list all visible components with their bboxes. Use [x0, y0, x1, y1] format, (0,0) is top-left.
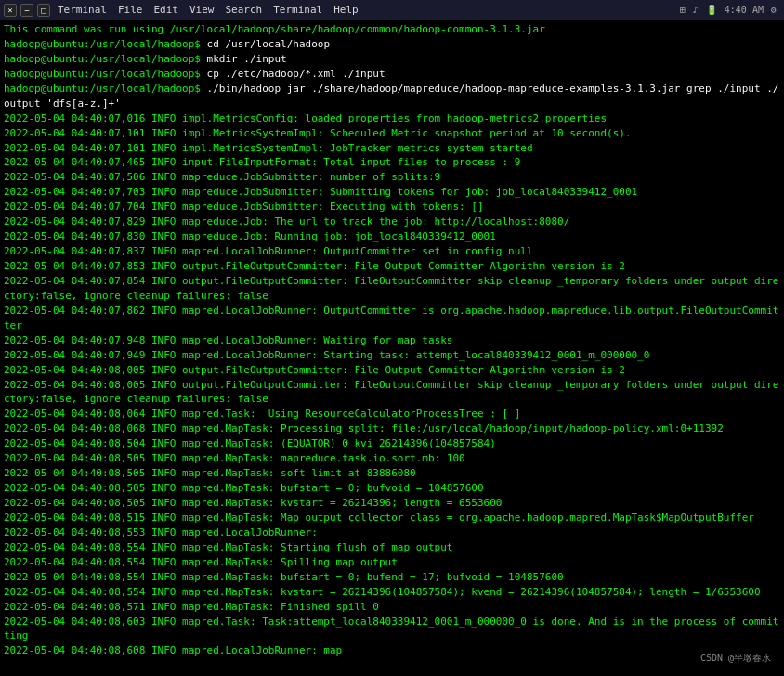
- terminal-line: 2022-05-04 04:40:07,853 INFO output.File…: [4, 259, 780, 274]
- menu-file[interactable]: File: [118, 4, 143, 16]
- terminal-line: 2022-05-04 04:40:07,862 INFO mapred.Loca…: [4, 304, 780, 333]
- terminal-line: 2022-05-04 04:40:07,016 INFO impl.Metric…: [4, 111, 780, 126]
- terminal-line: 2022-05-04 04:40:08,005 INFO output.File…: [4, 363, 780, 378]
- terminal-line: 2022-05-04 04:40:07,837 INFO mapred.Loca…: [4, 244, 780, 259]
- network-icon: ⊞: [680, 5, 686, 15]
- maximize-button[interactable]: □: [37, 4, 50, 17]
- title-bar-right: ⊞ ♪ 🔋 4:40 AM ⚙: [680, 0, 777, 20]
- close-button[interactable]: ×: [4, 4, 17, 17]
- battery-icon: 🔋: [706, 5, 717, 15]
- audio-icon: ♪: [693, 5, 699, 15]
- clock: 4:40 AM: [725, 5, 764, 15]
- terminal-line: 2022-05-04 04:40:08,068 INFO mapred.MapT…: [4, 422, 780, 436]
- terminal-line: 2022-05-04 04:40:08,064 INFO mapred.Task…: [4, 407, 780, 422]
- terminal-line: 2022-05-04 04:40:08,553 INFO mapred.Loca…: [4, 526, 780, 540]
- terminal-line: 2022-05-04 04:40:08,554 INFO mapred.MapT…: [4, 555, 780, 570]
- terminal-line: 2022-05-04 04:40:07,949 INFO mapred.Loca…: [4, 348, 780, 363]
- terminal-line: 2022-05-04 04:40:07,948 INFO mapred.Loca…: [4, 333, 780, 348]
- terminal-line: 2022-05-04 04:40:08,505 INFO mapred.MapT…: [4, 451, 780, 466]
- menu-search[interactable]: Search: [225, 4, 262, 16]
- terminal-line: hadoop@ubuntu:/usr/local/hadoop$ mkdir .…: [4, 52, 780, 67]
- settings-icon[interactable]: ⚙: [771, 5, 777, 15]
- terminal-line: 2022-05-04 04:40:08,515 INFO mapred.MapT…: [4, 511, 780, 526]
- terminal-line: 2022-05-04 04:40:07,830 INFO mapreduce.J…: [4, 229, 780, 244]
- terminal-line: This command was run using /usr/local/ha…: [4, 22, 780, 37]
- terminal-line: 2022-05-04 04:40:08,005 INFO output.File…: [4, 378, 780, 408]
- terminal-line: 2022-05-04 04:40:08,554 INFO mapred.MapT…: [4, 570, 780, 585]
- terminal-line: 2022-05-04 04:40:07,465 INFO input.FileI…: [4, 155, 780, 170]
- menu-view[interactable]: View: [189, 4, 215, 16]
- terminal-line: 2022-05-04 04:40:07,101 INFO impl.Metric…: [4, 126, 780, 141]
- menu-terminal[interactable]: Terminal: [58, 4, 107, 16]
- terminal-line: 2022-05-04 04:40:08,554 INFO mapred.MapT…: [4, 540, 780, 555]
- terminal-line: 2022-05-04 04:40:08,608 INFO mapred.Loca…: [4, 644, 780, 658]
- terminal-line: hadoop@ubuntu:/usr/local/hadoop$ cd /usr…: [4, 37, 780, 52]
- terminal-line: 2022-05-04 04:40:08,505 INFO mapred.MapT…: [4, 466, 780, 481]
- terminal-line: 2022-05-04 04:40:07,829 INFO mapreduce.J…: [4, 214, 780, 229]
- minimize-button[interactable]: −: [20, 4, 33, 17]
- terminal-line: 2022-05-04 04:40:07,854 INFO output.File…: [4, 274, 780, 304]
- terminal-line: 2022-05-04 04:40:08,505 INFO mapred.MapT…: [4, 481, 780, 496]
- terminal-line: hadoop@ubuntu:/usr/local/hadoop$ ./bin/h…: [4, 82, 780, 111]
- menu-help[interactable]: Help: [333, 4, 359, 16]
- terminal-line: 2022-05-04 04:40:08,603 INFO mapred.Task…: [4, 615, 780, 644]
- terminal-line: hadoop@ubuntu:/usr/local/hadoop$ cp ./et…: [4, 67, 780, 82]
- terminal-line: 2022-05-04 04:40:08,571 INFO mapred.MapT…: [4, 600, 780, 615]
- menu-edit[interactable]: Edit: [153, 4, 178, 16]
- title-bar: × − □ Terminal File Edit View Search Ter…: [0, 0, 784, 20]
- window-controls[interactable]: × − □: [4, 4, 50, 17]
- terminal-line: 2022-05-04 04:40:08,554 INFO mapred.MapT…: [4, 585, 780, 600]
- terminal-line: 2022-05-04 04:40:07,703 INFO mapreduce.J…: [4, 185, 780, 200]
- terminal-content[interactable]: This command was run using /usr/local/ha…: [0, 20, 784, 676]
- terminal-line: 2022-05-04 04:40:07,704 INFO mapreduce.J…: [4, 200, 780, 214]
- terminal-line: 2022-05-04 04:40:08,504 INFO mapred.MapT…: [4, 436, 780, 451]
- terminal-line: 2022-05-04 04:40:07,506 INFO mapreduce.J…: [4, 170, 780, 185]
- terminal-line: 2022-05-04 04:40:07,101 INFO impl.Metric…: [4, 141, 780, 156]
- watermark: CSDN @半墩春水: [697, 650, 775, 667]
- menu-terminal2[interactable]: Terminal: [273, 4, 322, 16]
- menu-bar: Terminal File Edit View Search Terminal …: [58, 4, 359, 16]
- terminal-line: 2022-05-04 04:40:08,505 INFO mapred.MapT…: [4, 496, 780, 511]
